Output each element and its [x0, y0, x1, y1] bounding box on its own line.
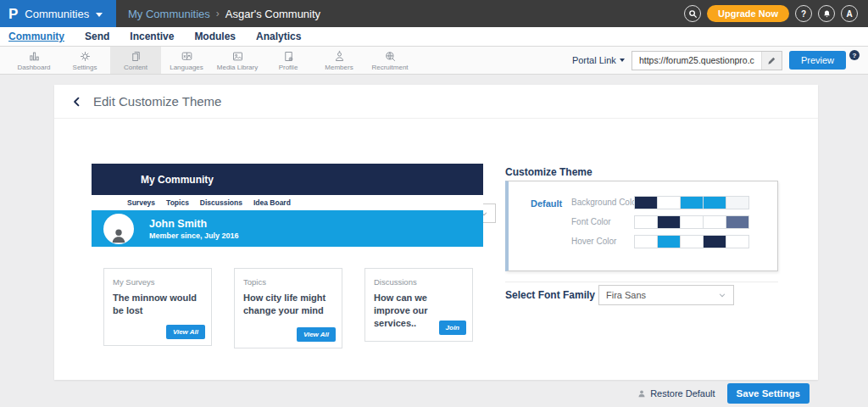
font-family-label: Select Font Family [505, 289, 595, 301]
gear-icon [79, 50, 92, 63]
background-color-row: Background Color [509, 196, 777, 209]
search-button[interactable] [684, 5, 701, 22]
card-category: Topics [243, 277, 333, 287]
toolbar-item-label: Members [325, 64, 353, 71]
view-all-button[interactable]: View All [166, 325, 205, 339]
color-swatch[interactable] [726, 235, 749, 248]
bell-icon [822, 9, 832, 19]
toolbar-item-members[interactable]: Members [314, 47, 364, 74]
back-button[interactable] [71, 96, 83, 108]
toolbar-item-profile[interactable]: Profile [263, 47, 314, 74]
account-avatar[interactable]: A [841, 5, 858, 22]
toolbar-item-content[interactable]: Content [110, 47, 161, 74]
toolbar-item-languages[interactable]: Languages [161, 47, 212, 74]
preview-tab-idea-board[interactable]: Idea Board [253, 198, 291, 207]
upgrade-now-button[interactable]: Upgrade Now [707, 5, 789, 22]
recruitment-icon [384, 50, 397, 63]
chevron-down-icon [718, 291, 726, 299]
breadcrumb: My Communities › Asgar's Community [128, 8, 320, 20]
color-swatch[interactable] [726, 196, 749, 209]
preview-tab-topics[interactable]: Topics [166, 198, 189, 207]
chevron-down-icon [96, 13, 103, 17]
color-swatch[interactable] [703, 235, 726, 248]
hover-color-label: Hover Color [571, 235, 616, 248]
app-window: P Communities My Communities › Asgar's C… [0, 0, 868, 407]
font-color-label: Font Color [571, 215, 611, 229]
section-toolbar: Dashboard Settings Content Languages Med… [0, 47, 868, 75]
content-icon [130, 50, 142, 63]
help-button[interactable]: ? [795, 5, 812, 22]
restore-default-label: Restore Default [650, 388, 715, 399]
color-swatch[interactable] [703, 215, 726, 229]
theme-panel: Default Background Color Font Color [505, 181, 778, 271]
font-family-select[interactable]: Fira Sans [598, 285, 734, 305]
main-nav: Community Send Incentive Modules Analyti… [0, 27, 868, 47]
breadcrumb-parent[interactable]: My Communities [128, 8, 210, 20]
card-title: The minnow would be lost [113, 292, 203, 317]
color-swatch[interactable] [657, 215, 681, 229]
color-swatch[interactable] [680, 215, 704, 229]
footer-actions: Restore Default Save Settings [0, 380, 868, 407]
preview-help-icon[interactable]: ? [849, 50, 860, 60]
restore-default-button[interactable]: Restore Default [637, 388, 715, 399]
color-swatch[interactable] [726, 215, 749, 229]
color-swatch[interactable] [634, 215, 658, 229]
edit-url-button[interactable] [761, 52, 782, 70]
header-actions: Upgrade Now ? A [684, 5, 868, 22]
nav-tab-incentive[interactable]: Incentive [130, 31, 174, 42]
person-icon [109, 226, 128, 244]
portal-link-label: Portal Link [572, 55, 616, 65]
view-all-button[interactable]: View All [297, 327, 336, 342]
preview-tabs: Surveys Topics Discussions Idea Board [92, 195, 483, 210]
preview-card-discussions: Discussions How can we improve our servi… [364, 268, 473, 342]
font-color-swatches [634, 215, 748, 229]
profile-icon [282, 50, 295, 63]
preview-cards: My Surveys The minnow would be lost View… [103, 268, 473, 348]
nav-tab-send[interactable]: Send [85, 31, 109, 42]
toolbar-item-label: Media Library [217, 64, 258, 71]
background-color-swatches [634, 196, 748, 209]
preview-card-my-surveys: My Surveys The minnow would be lost View… [103, 268, 212, 346]
preview-tab-discussions[interactable]: Discussions [200, 198, 242, 207]
page-header: Edit Customize Theme [54, 85, 818, 119]
save-settings-button[interactable]: Save Settings [727, 383, 810, 404]
member-avatar [103, 214, 134, 244]
toolbar-item-recruitment[interactable]: Recruitment [364, 47, 415, 74]
toolbar-item-dashboard[interactable]: Dashboard [8, 47, 59, 74]
product-switcher[interactable]: P Communities [0, 0, 116, 27]
color-swatch[interactable] [634, 235, 658, 248]
toolbar-item-label: Dashboard [17, 64, 50, 71]
color-swatch[interactable] [657, 196, 681, 209]
nav-tab-modules[interactable]: Modules [194, 31, 236, 42]
portal-link-group: Portal Link Preview ? [572, 47, 868, 74]
color-swatch[interactable] [657, 235, 681, 248]
toolbar-item-settings[interactable]: Settings [59, 47, 110, 74]
nav-tab-analytics[interactable]: Analytics [256, 31, 301, 42]
questionpro-logo-icon: P [8, 7, 18, 21]
hover-color-swatches [634, 235, 748, 248]
color-swatch[interactable] [680, 196, 704, 209]
preview-member-banner: John Smith Member since, July 2016 [92, 210, 483, 247]
toolbar-item-label: Settings [73, 64, 97, 71]
portal-link-dropdown[interactable]: Portal Link [572, 55, 625, 65]
color-swatch[interactable] [680, 235, 704, 248]
preview-card-topics: Topics How city life might change your m… [234, 268, 342, 348]
search-icon [688, 9, 698, 19]
preview-community-header: My Community [92, 164, 483, 195]
nav-tab-community[interactable]: Community [8, 31, 64, 42]
color-swatch[interactable] [634, 196, 658, 209]
preview-tab-surveys[interactable]: Surveys [127, 198, 155, 207]
join-button[interactable]: Join [439, 321, 466, 335]
chevron-left-icon [71, 96, 83, 108]
toolbar-item-media-library[interactable]: Media Library [212, 47, 263, 74]
color-swatch[interactable] [703, 196, 726, 209]
card-category: My Surveys [113, 277, 203, 287]
preview-button[interactable]: Preview [789, 51, 846, 70]
font-color-row: Font Color [509, 215, 777, 229]
notifications-button[interactable] [818, 5, 835, 22]
portal-url-input[interactable] [632, 55, 761, 65]
preview-community-title: My Community [141, 174, 214, 186]
pencil-icon [767, 56, 776, 65]
toolbar-item-label: Content [124, 64, 147, 71]
main-content-card: Edit Customize Theme Language English My… [54, 85, 818, 380]
